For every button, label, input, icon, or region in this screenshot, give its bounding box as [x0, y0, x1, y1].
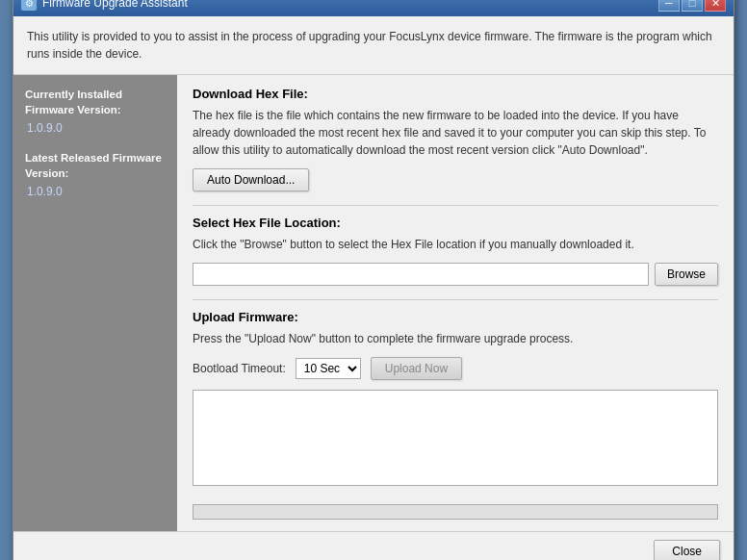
- log-area-wrapper: [193, 390, 718, 496]
- intro-section: This utility is provided to you to assis…: [13, 16, 734, 75]
- close-button[interactable]: Close: [654, 540, 720, 560]
- hex-file-row: Browse: [193, 263, 718, 286]
- log-textarea[interactable]: [193, 390, 718, 486]
- download-section-title: Download Hex File:: [193, 87, 718, 101]
- sidebar: Currently Installed Firmware Version: 1.…: [13, 75, 177, 531]
- hex-file-section: Select Hex File Location: Click the "Bro…: [193, 216, 718, 286]
- title-bar: ⚙ Firmware Upgrade Assistant ─ □ ✕: [13, 0, 734, 16]
- title-bar-left: ⚙ Firmware Upgrade Assistant: [21, 0, 188, 11]
- hex-file-input[interactable]: [193, 263, 649, 286]
- hex-file-section-title: Select Hex File Location:: [193, 216, 718, 230]
- divider-1: [193, 205, 718, 206]
- minimize-button[interactable]: ─: [658, 0, 680, 12]
- download-section-text: The hex file is the file which contains …: [193, 107, 718, 159]
- window-title: Firmware Upgrade Assistant: [42, 0, 188, 10]
- app-icon: ⚙: [21, 0, 37, 11]
- latest-firmware-label: Latest Released Firmware Version:: [25, 150, 166, 181]
- upload-section: Upload Firmware: Press the "Upload Now" …: [193, 310, 718, 520]
- latest-firmware-value: 1.0.9.0: [25, 185, 166, 198]
- upload-section-text: Press the "Upload Now" button to complet…: [193, 330, 718, 347]
- bootload-timeout-label: Bootload Timeout:: [193, 362, 286, 375]
- right-panel: Download Hex File: The hex file is the f…: [177, 75, 734, 531]
- window-close-button[interactable]: ✕: [705, 0, 726, 12]
- timeout-select[interactable]: 10 Sec 30 Sec 60 Sec: [296, 358, 361, 379]
- browse-button[interactable]: Browse: [655, 263, 718, 286]
- title-bar-controls: ─ □ ✕: [658, 0, 726, 12]
- intro-text: This utility is provided to you to assis…: [27, 30, 712, 61]
- upload-row: Bootload Timeout: 10 Sec 30 Sec 60 Sec U…: [193, 357, 718, 380]
- upload-section-title: Upload Firmware:: [193, 310, 718, 324]
- download-section: Download Hex File: The hex file is the f…: [193, 87, 718, 205]
- upload-now-button[interactable]: Upload Now: [371, 357, 462, 380]
- hex-file-section-text: Click the "Browse" button to select the …: [193, 236, 718, 253]
- main-window: ⚙ Firmware Upgrade Assistant ─ □ ✕ This …: [13, 0, 734, 560]
- auto-download-button[interactable]: Auto Download...: [193, 168, 309, 191]
- bottom-bar: Close: [13, 531, 734, 560]
- window-body: This utility is provided to you to assis…: [13, 16, 734, 560]
- main-content: Currently Installed Firmware Version: 1.…: [13, 75, 734, 531]
- divider-2: [193, 299, 718, 300]
- installed-firmware-value: 1.0.9.0: [25, 121, 166, 135]
- maximize-button[interactable]: □: [682, 0, 703, 12]
- progress-bar: [193, 504, 718, 520]
- installed-firmware-label: Currently Installed Firmware Version:: [25, 87, 166, 117]
